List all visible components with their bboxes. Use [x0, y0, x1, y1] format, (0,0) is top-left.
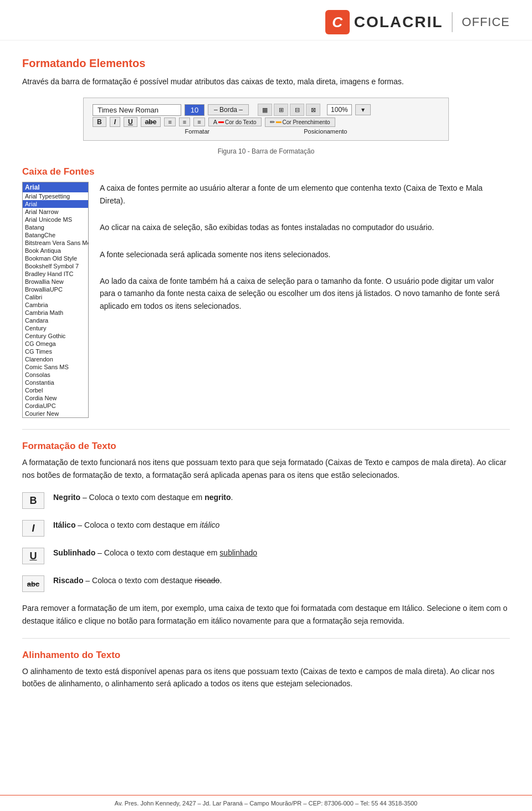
font-item-arial-typesetting[interactable]: Arial Typesetting — [23, 192, 88, 200]
font-list-box[interactable]: Arial Arial Typesetting Arial Arial Narr… — [22, 182, 89, 418]
font-item-comic-sans[interactable]: Comic Sans MS — [23, 363, 88, 371]
pos-icon-3[interactable]: ⊟ — [290, 104, 304, 116]
figure-caption: Figura 10 - Barra de Formatação — [22, 147, 510, 155]
header: C COLACRIL OFFICE — [0, 0, 532, 40]
strikethrough-format-item: abc Riscado – Coloca o texto com destaqu… — [22, 574, 510, 592]
font-item-cg-times[interactable]: CG Times — [23, 348, 88, 355]
font-list-header: Arial — [23, 182, 88, 192]
font-name-box[interactable]: Times New Roman — [93, 104, 181, 116]
footer-text: Av. Pres. John Kennedy, 2427 – Jd. Lar P… — [115, 800, 418, 807]
font-item-batang[interactable]: Batang — [23, 223, 88, 231]
font-item-calibri[interactable]: Calibri — [23, 293, 88, 301]
font-desc-3: A fonte selecionada será aplicada soment… — [100, 248, 510, 261]
italic-format-text: Itálico – Coloca o texto com destaque em… — [53, 519, 219, 531]
text-color-button[interactable]: A Cor do Texto — [208, 118, 262, 126]
font-item-bookman[interactable]: Bookman Old Style — [23, 254, 88, 262]
text-align-title: Alinhamento do Texto — [22, 650, 510, 661]
remove-format-text: Para remover a formatação de um item, po… — [22, 602, 510, 627]
underline-highlight: sublinhado — [219, 548, 257, 557]
logo-area: C COLACRIL OFFICE — [325, 10, 510, 34]
underline-format-text: Sublinhado – Coloca o texto com destaque… — [53, 547, 257, 559]
font-item-consolas[interactable]: Consolas — [23, 371, 88, 379]
font-item-candara[interactable]: Candara — [23, 317, 88, 324]
bold-format-item: B Negrito – Coloca o texto com destaque … — [22, 491, 510, 509]
font-desc-2: Ao clicar na caixa de seleção, são exibi… — [100, 221, 510, 233]
bold-desc: – Coloca o texto com destaque em — [80, 493, 204, 502]
font-item-browallia-new[interactable]: Browallia New — [23, 278, 88, 285]
font-item-cordia-new[interactable]: Cordia New — [23, 394, 88, 402]
font-section: Arial Arial Typesetting Arial Arial Narr… — [22, 182, 510, 418]
underline-button[interactable]: U — [124, 117, 137, 127]
font-item-bradley[interactable]: Bradley Hand ITC — [23, 270, 88, 278]
font-item-century[interactable]: Century — [23, 324, 88, 332]
underline-format-item: U Sublinhado – Coloca o texto com destaq… — [22, 547, 510, 564]
font-item-century-gothic[interactable]: Century Gothic — [23, 332, 88, 340]
font-item-arial-unicode[interactable]: Arial Unicode MS — [23, 216, 88, 223]
toolbar-mockup: Times New Roman 10 – Borda – ▦ ⊞ ⊟ ⊠ 100… — [83, 98, 449, 141]
bold-suffix: . — [231, 493, 233, 502]
font-item-cordiaUPC[interactable]: CordiaUPC — [23, 402, 88, 410]
font-item-batangche[interactable]: BatangChe — [23, 231, 88, 239]
font-section-title: Caixa de Fontes — [22, 166, 510, 177]
strikethrough-format-text: Riscado – Coloca o texto com destaque ri… — [53, 574, 222, 586]
separator-1 — [22, 429, 510, 430]
italic-format-item: I Itálico – Coloca o texto com destaque … — [22, 519, 510, 537]
italic-desc: – Coloca o texto com destaque em — [75, 521, 200, 529]
align-left-button[interactable]: ≡ — [164, 118, 175, 126]
font-item-clarendon[interactable]: Clarendon — [23, 355, 88, 363]
align-right-button[interactable]: ≡ — [193, 118, 204, 126]
posicionamento-label: Posicionamento — [304, 128, 347, 135]
pos-icon-2[interactable]: ⊞ — [274, 104, 288, 116]
font-item-book-antiqua[interactable]: Book Antiqua — [23, 247, 88, 254]
font-desc: A caixa de fontes permite ao usuário alt… — [100, 182, 510, 318]
pos-icon-1[interactable]: ▦ — [258, 104, 272, 116]
italic-icon: I — [22, 520, 44, 537]
separator-2 — [22, 638, 510, 639]
italic-label: Itálico — [53, 521, 75, 529]
strikethrough-button[interactable]: abe — [141, 117, 161, 127]
font-item-cg-omega[interactable]: CG Omega — [23, 340, 88, 348]
strikethrough-icon: abc — [22, 575, 44, 592]
fill-color-button[interactable]: ✏ Cor Preenchimento — [265, 118, 335, 127]
toolbar-image-container: Times New Roman 10 – Borda – ▦ ⊞ ⊟ ⊠ 100… — [22, 98, 510, 144]
text-format-title: Formatação de Texto — [22, 441, 510, 452]
zoom-dropdown[interactable]: ▾ — [355, 104, 371, 115]
font-item-browalliaUPC[interactable]: BrowalliaUPC — [23, 285, 88, 293]
font-desc-4: Ao lado da caixa de fonte também há a ca… — [100, 275, 510, 312]
underline-icon: U — [22, 548, 44, 564]
bold-format-text: Negrito – Coloca o texto com destaque em… — [53, 491, 233, 503]
font-item-courier-new[interactable]: Courier New — [23, 410, 88, 417]
intro-text: Através da barra de formatação é possíve… — [22, 75, 510, 88]
text-color-label: A — [213, 119, 217, 125]
fill-icon: ✏ — [270, 119, 275, 126]
align-center-button[interactable]: ≡ — [179, 118, 190, 126]
bold-icon: B — [22, 492, 44, 509]
font-item-corbel[interactable]: Corbel — [23, 386, 88, 394]
font-item-constantia[interactable]: Constantia — [23, 379, 88, 386]
bold-button[interactable]: B — [93, 117, 106, 127]
cor-preenchimento-label: Cor Preenchimento — [283, 119, 330, 125]
strikethrough-label: Riscado — [53, 576, 83, 585]
position-icons: ▦ ⊞ ⊟ ⊠ — [258, 104, 320, 116]
font-item-bitstream[interactable]: Bitstream Vera Sans Mono — [23, 239, 88, 247]
logo-c-icon: C — [325, 10, 350, 34]
formatar-label: Formatar — [185, 128, 210, 135]
italic-button[interactable]: I — [110, 117, 120, 127]
strikethrough-suffix: . — [219, 576, 222, 585]
main-title: Formatando Elementos — [22, 57, 510, 70]
toolbar-row2: B I U abe ≡ ≡ ≡ A Cor do Texto ✏ Cor Pre… — [93, 117, 439, 127]
pos-icon-4[interactable]: ⊠ — [306, 104, 320, 116]
font-item-arial-narrow[interactable]: Arial Narrow — [23, 208, 88, 216]
borda-button[interactable]: – Borda – — [208, 104, 249, 115]
font-item-cambria[interactable]: Cambria — [23, 301, 88, 309]
underline-label: Sublinhado — [53, 548, 95, 557]
font-item-cambria-math[interactable]: Cambria Math — [23, 309, 88, 317]
underline-desc: – Coloca o texto com destaque em — [95, 548, 219, 557]
strikethrough-desc: – Coloca o texto com destaque — [83, 576, 195, 585]
zoom-percent[interactable]: 100% — [327, 104, 352, 115]
font-size-box[interactable]: 10 — [185, 104, 204, 116]
text-color-bar — [218, 121, 224, 123]
logo-divider — [452, 12, 453, 32]
font-item-bookshelf[interactable]: Bookshelf Symbol 7 — [23, 262, 88, 270]
font-item-arial[interactable]: Arial — [23, 200, 88, 208]
